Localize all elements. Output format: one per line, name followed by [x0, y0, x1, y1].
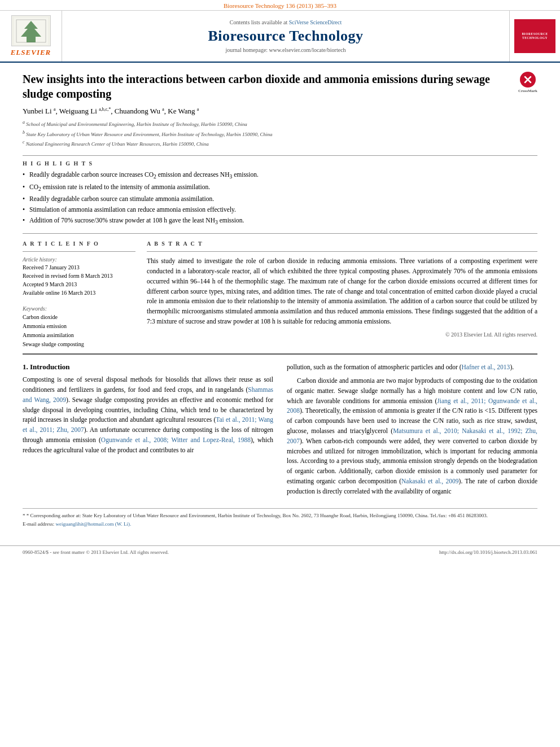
available-date: Available online 16 March 2013 — [23, 289, 135, 297]
page-container: Bioresource Technology 136 (2013) 385–39… — [0, 0, 560, 747]
copyright-line: © 2013 Elsevier Ltd. All rights reserved… — [147, 331, 537, 338]
article-info-col: A R T I C L E I N F O Article history: R… — [23, 241, 135, 349]
issn-text: 0960-8524/$ - see front matter © 2013 El… — [23, 549, 169, 555]
journal-homepage: journal homepage: www.elsevier.com/locat… — [225, 47, 345, 53]
bottom-bar: 0960-8524/$ - see front matter © 2013 El… — [0, 545, 560, 558]
crossmark-label: CrossMark — [518, 89, 537, 94]
divider-2 — [23, 233, 537, 234]
accepted-date: Accepted 9 March 2013 — [23, 281, 135, 289]
footnote-email: E-mail address: weiguanglihit@hotmail.co… — [23, 521, 537, 528]
footnotes: * * Corresponding author at: State Key L… — [23, 508, 537, 528]
header-center: Contents lists available at SciVerse Sci… — [62, 11, 509, 62]
affil-b: b State Key Laboratory of Urban Water Re… — [23, 129, 537, 139]
journal-title: Bioresource Technology — [208, 28, 363, 45]
elsevier-svg — [14, 18, 48, 45]
history-label: Article history: — [23, 256, 135, 263]
affil-a: a School of Municipal and Environmental … — [23, 119, 537, 129]
info-divider — [23, 251, 135, 252]
intro-right-text: pollution, such as the formation of atmo… — [287, 362, 537, 497]
intro-left-col: 1. Introduction Composting is one of sev… — [23, 362, 273, 500]
journal-reference: Bioresource Technology 136 (2013) 385–39… — [224, 2, 336, 9]
article-title: New insights into the interactions betwe… — [23, 72, 537, 101]
affiliations: a School of Municipal and Environmental … — [23, 119, 537, 148]
keyword-1: Carbon dioxide — [23, 313, 135, 322]
doi-text[interactable]: http://dx.doi.org/10.1016/j.biortech.201… — [439, 549, 537, 555]
highlights-header: H I G H L I G H T S — [23, 160, 537, 167]
highlight-1: Readily degradable carbon source increas… — [23, 170, 537, 181]
divider-main — [23, 353, 537, 355]
main-content: New insights into the interactions betwe… — [0, 63, 560, 539]
keyword-3: Ammonia assimilation — [23, 331, 135, 340]
sciverse-link[interactable]: SciVerse ScienceDirect — [289, 19, 342, 25]
received-date: Received 7 January 2013 — [23, 264, 135, 272]
intro-left-text: Composting is one of several disposal me… — [23, 375, 273, 456]
abstract-header: A B S T R A C T — [147, 241, 537, 247]
journal-top-bar: Bioresource Technology 136 (2013) 385–39… — [0, 0, 560, 11]
intro-body: 1. Introduction Composting is one of sev… — [23, 362, 537, 500]
keyword-2: Ammonia emission — [23, 322, 135, 331]
keyword-4: Sewage sludge composting — [23, 340, 135, 349]
highlight-5: Addition of 70% sucrose/30% straw powder… — [23, 216, 537, 226]
elsevier-logo-area: ELSEVIER — [0, 11, 62, 62]
elsevier-text: ELSEVIER — [11, 48, 51, 57]
bioresource-logo-area: BIORESOURCE TECHNOLOGY — [509, 11, 560, 62]
crossmark[interactable]: CrossMark — [518, 72, 537, 94]
abstract-divider — [147, 251, 537, 252]
elsevier-logo: ELSEVIER — [11, 15, 51, 57]
bioresource-logo-box: BIORESOURCE TECHNOLOGY — [514, 19, 555, 53]
crossmark-circle[interactable] — [520, 72, 536, 88]
highlight-4: Stimulation of ammonia assimilation can … — [23, 205, 537, 214]
footnote-corresponding: * * Corresponding author at: State Key L… — [23, 512, 537, 520]
intro-right-col: pollution, such as the formation of atmo… — [287, 362, 537, 500]
authors-line: Yunbei Li a, Weiguang Li a,b,c,*, Chuand… — [23, 107, 537, 116]
highlight-2: CO2 emission rate is related to the inte… — [23, 182, 537, 193]
abstract-text: This study aimed to investigate the role… — [147, 256, 537, 327]
intro-title: 1. Introduction — [23, 362, 273, 372]
keywords-list: Carbon dioxide Ammonia emission Ammonia … — [23, 313, 135, 349]
keywords-label: Keywords: — [23, 305, 135, 312]
header-section: ELSEVIER Contents lists available at Sci… — [0, 11, 560, 63]
article-info-header: A R T I C L E I N F O — [23, 241, 135, 247]
affil-c: c National Engineering Research Center o… — [23, 139, 537, 148]
divider-1 — [23, 155, 537, 156]
article-info-abstract: A R T I C L E I N F O Article history: R… — [23, 241, 537, 349]
highlight-3: Readily degradable carbon source can sti… — [23, 194, 537, 203]
sciverse-line: Contents lists available at SciVerse Sci… — [230, 19, 342, 25]
revised-date: Received in revised form 8 March 2013 — [23, 272, 135, 280]
elsevier-icon — [11, 15, 51, 46]
abstract-col: A B S T R A C T This study aimed to inve… — [147, 241, 537, 349]
bioresource-logo-text: BIORESOURCE TECHNOLOGY — [517, 32, 553, 40]
highlights-section: H I G H L I G H T S Readily degradable c… — [23, 160, 537, 226]
